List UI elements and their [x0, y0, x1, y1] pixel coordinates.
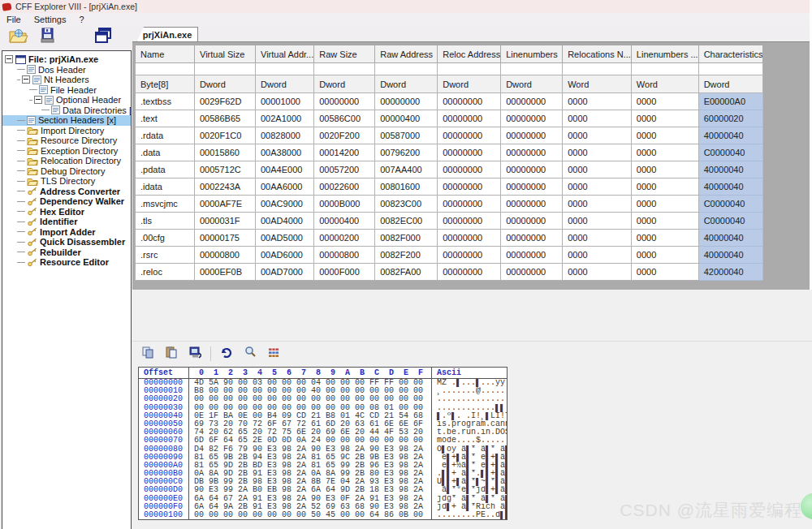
section-name-cell[interactable]: .text — [136, 110, 195, 127]
tree-item-nt-headers[interactable]: Nt Headers — [2, 75, 131, 85]
section-value-cell[interactable]: 00AC9000 — [256, 196, 314, 213]
hex-ascii[interactable]: ¸.......@....... — [431, 387, 507, 395]
section-value-cell[interactable]: 00000000 — [438, 213, 501, 230]
section-value-cell[interactable]: 0000EF0B — [195, 264, 256, 281]
section-value-cell[interactable]: 0000031F — [195, 213, 256, 230]
section-value-cell[interactable]: 0000 — [563, 144, 632, 161]
hex-ascii[interactable]: ................ — [431, 395, 507, 403]
section-value-cell[interactable]: 00000000 — [375, 93, 438, 110]
menu-help[interactable]: ? — [72, 15, 90, 24]
section-value-cell[interactable]: 40000040 — [698, 127, 763, 144]
section-value-cell[interactable]: 00057200 — [314, 161, 375, 178]
section-value-cell[interactable]: 00AD7000 — [256, 264, 314, 281]
section-value-cell[interactable]: 0000 — [631, 230, 698, 247]
section-value-cell[interactable]: 00000000 — [438, 178, 501, 196]
section-value-cell[interactable]: 002A1000 — [256, 110, 314, 127]
tree-item-debug-directory[interactable]: Debug Directory — [2, 166, 131, 177]
section-value-cell[interactable]: 00796200 — [375, 144, 438, 161]
tree-item-dependency-walker[interactable]: Dependency Walker — [2, 196, 131, 207]
section-value-cell[interactable]: 0082F200 — [375, 247, 438, 264]
hex-ascii[interactable]: Ô▌öy ã▌* ã▌* ã▌* — [431, 445, 507, 454]
settings-grid-button[interactable] — [266, 346, 282, 361]
section-value-cell[interactable]: 00000000 — [501, 247, 563, 264]
column-header-relocations-n[interactable]: Relocations N... — [563, 45, 632, 63]
hex-ascii[interactable]: t.be.run.in.DOS. — [431, 428, 507, 437]
section-value-cell[interactable]: 00000000 — [438, 110, 501, 127]
section-value-cell[interactable]: 0000 — [631, 110, 698, 127]
copy-button[interactable] — [140, 346, 156, 361]
section-value-cell[interactable]: 00000000 — [501, 127, 563, 144]
collapse-minus-icon[interactable] — [34, 96, 42, 104]
section-value-cell[interactable]: 00001000 — [256, 93, 314, 110]
section-value-cell[interactable]: 0000 — [631, 161, 698, 178]
section-value-cell[interactable]: 00000400 — [375, 110, 438, 127]
hex-ascii[interactable]: Û▌▌+▌ã▌*▌~▌*▌ã▌* — [431, 478, 507, 486]
section-value-cell[interactable]: 00587000 — [375, 127, 438, 144]
section-value-cell[interactable]: 00AD6000 — [256, 247, 314, 264]
hex-ascii[interactable]: MZ .▌...▌...ÿÿ.. — [431, 379, 507, 387]
section-value-cell[interactable]: 00000000 — [438, 247, 501, 264]
section-name-cell[interactable]: .idata — [136, 178, 195, 196]
tree-item-optional-header[interactable]: Optional Header — [2, 95, 131, 105]
section-value-cell[interactable]: 00000800 — [314, 247, 375, 264]
collapse-minus-icon[interactable] — [5, 55, 13, 63]
tree-item-relocation-directory[interactable]: Relocation Directory — [2, 156, 131, 166]
section-value-cell[interactable]: 0000 — [631, 144, 698, 161]
section-name-cell[interactable]: .pdata — [136, 161, 195, 178]
section-value-cell[interactable]: 00022600 — [314, 178, 375, 196]
section-value-cell[interactable]: 00000000 — [438, 127, 501, 144]
document-tab[interactable]: prjXiAn.exe — [136, 27, 198, 42]
hex-ascii[interactable]: .▌▌+´ã▌*.▌▌+▌ã▌* — [431, 470, 507, 478]
section-value-cell[interactable]: 00000400 — [314, 213, 375, 230]
section-value-cell[interactable]: 0000 — [631, 247, 698, 264]
section-name-cell[interactable]: .textbss — [136, 93, 195, 110]
tree-item-resource-directory[interactable]: Resource Directory — [2, 135, 131, 146]
section-value-cell[interactable]: 00AA6000 — [256, 178, 314, 196]
section-value-cell[interactable]: 40000040 — [698, 161, 763, 178]
tree-item-quick-disassembler[interactable]: Quick Disassembler — [2, 237, 131, 247]
section-value-cell[interactable]: 00586C00 — [314, 110, 375, 127]
section-value-cell[interactable]: 00000000 — [314, 93, 375, 110]
column-header-linenumbers[interactable]: Linenumbers — [501, 45, 563, 63]
section-value-cell[interactable]: 0000 — [631, 264, 698, 281]
tree-item-dos-header[interactable]: Dos Header — [2, 65, 131, 75]
section-value-cell[interactable]: 00000200 — [314, 230, 375, 247]
section-value-cell[interactable]: 00828000 — [256, 127, 314, 144]
paste-button[interactable] — [163, 346, 179, 361]
section-value-cell[interactable]: 0082F000 — [375, 230, 438, 247]
section-value-cell[interactable]: 00000175 — [195, 230, 256, 247]
section-value-cell[interactable]: 00000000 — [438, 230, 501, 247]
section-name-cell[interactable]: .rdata — [136, 127, 195, 144]
section-value-cell[interactable]: 00000000 — [438, 196, 501, 213]
hex-bytes[interactable]: 0 1 2 3 4 5 6 7 8 9 A B C D E F — [188, 368, 431, 378]
section-value-cell[interactable]: 00000000 — [438, 144, 501, 161]
column-header-characteristics[interactable]: Characteristics — [698, 45, 763, 63]
section-value-cell[interactable]: 0000 — [631, 213, 698, 230]
section-value-cell[interactable]: 00000000 — [438, 93, 501, 110]
section-value-cell[interactable]: 40000040 — [698, 230, 763, 247]
section-value-cell[interactable]: 0000 — [563, 247, 632, 264]
hex-ascii[interactable]: Ascii — [431, 368, 507, 378]
section-value-cell[interactable]: 00801600 — [375, 178, 438, 196]
section-value-cell[interactable]: 00000000 — [438, 161, 501, 178]
section-value-cell[interactable]: 0082FA00 — [375, 264, 438, 281]
section-value-cell[interactable]: 0000 — [563, 178, 632, 196]
section-value-cell[interactable]: 0020F1C0 — [195, 127, 256, 144]
menu-settings[interactable]: Settings — [28, 15, 73, 24]
section-value-cell[interactable]: E00000A0 — [698, 93, 763, 110]
section-value-cell[interactable]: 00000000 — [501, 196, 563, 213]
hex-ascii[interactable]: jd▌+´ã▌*Rich ã▌* — [431, 503, 507, 511]
column-header-virtual-addr[interactable]: Virtual Addr... — [256, 45, 314, 63]
tree-item-file-header[interactable]: File Header — [2, 85, 131, 96]
hex-ascii[interactable]: ........PE..d▌▌. — [431, 511, 507, 519]
section-value-cell[interactable]: 007AA400 — [375, 161, 438, 178]
section-name-cell[interactable]: .00cfg — [136, 230, 195, 247]
section-value-cell[interactable]: 00000000 — [501, 178, 563, 196]
section-value-cell[interactable]: 60000020 — [698, 110, 763, 127]
column-header-reloc-address[interactable]: Reloc Address — [438, 45, 501, 63]
column-header-virtual-size[interactable]: Virtual Size — [195, 45, 256, 63]
section-name-cell[interactable]: .tls — [136, 213, 195, 230]
tree-item-rebuilder[interactable]: Rebuilder — [2, 247, 131, 258]
section-value-cell[interactable]: 00A4E000 — [256, 161, 314, 178]
section-value-cell[interactable]: 00000000 — [501, 110, 563, 127]
